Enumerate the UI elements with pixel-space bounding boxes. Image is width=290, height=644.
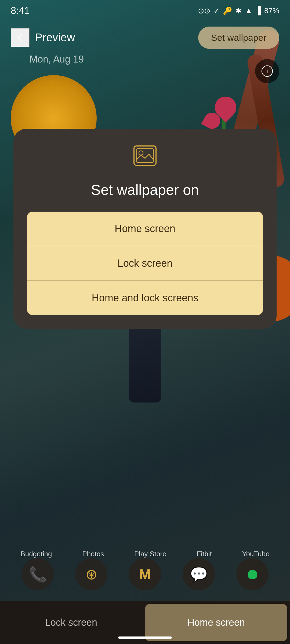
app-label-photos: Photos <box>82 550 104 558</box>
dock-icon-gmail[interactable]: M <box>129 558 161 590</box>
preview-title: Preview <box>35 31 75 44</box>
lock-screen-option-button[interactable]: Lock screen <box>27 246 263 281</box>
app-label-budgeting: Budgeting <box>20 550 52 558</box>
home-screen-option-label: Home screen <box>115 223 175 234</box>
app-label-youtube: YouTube <box>242 550 269 558</box>
svg-rect-3 <box>137 149 153 163</box>
tab-home-screen[interactable]: Home screen <box>145 604 287 641</box>
status-bar: 8:41 ⊙⊙ ✓ 🔑 ✱ ▲ ▐ 87% <box>0 0 290 21</box>
app-label-playstore: Play Store <box>134 550 166 558</box>
battery-indicator: 87% <box>264 6 279 15</box>
gesture-bar <box>118 636 172 639</box>
bluetooth-icon: ✱ <box>235 6 242 15</box>
app-labels-row: Budgeting Photos Play Store Fitbit YouTu… <box>0 550 290 558</box>
set-wallpaper-dialog: Set wallpaper on Home screen Lock screen… <box>13 129 277 329</box>
signal-icon: ▐ <box>256 6 261 15</box>
info-button[interactable]: i <box>255 59 279 83</box>
status-icons: ⊙⊙ ✓ 🔑 ✱ ▲ ▐ 87% <box>198 6 279 15</box>
home-and-lock-option-button[interactable]: Home and lock screens <box>27 281 263 315</box>
voicemail-icon: ⊙⊙ <box>198 6 210 15</box>
lock-screen-option-label: Lock screen <box>118 258 173 269</box>
wifi-icon: ▲ <box>245 6 252 15</box>
status-time: 8:41 <box>11 5 30 16</box>
svg-text:i: i <box>266 67 268 75</box>
dock-icon-chrome[interactable]: ⊛ <box>75 558 107 590</box>
tab-lock-label: Lock screen <box>45 617 97 628</box>
home-screen-option-button[interactable]: Home screen <box>27 212 263 246</box>
app-label-fitbit: Fitbit <box>197 550 212 558</box>
dock-icon-spotify[interactable]: ⏺ <box>236 558 269 590</box>
date-label: Mon, Aug 19 <box>30 54 84 65</box>
wallpaper-dialog-icon <box>133 145 157 171</box>
check-circle-icon: ✓ <box>213 6 220 15</box>
top-bar: Preview Set wallpaper <box>0 21 290 54</box>
dialog-option-buttons: Home screen Lock screen Home and lock sc… <box>27 211 263 315</box>
dock-icon-phone[interactable]: 📞 <box>21 558 54 590</box>
key-icon: 🔑 <box>223 6 232 15</box>
dock-icons: 📞 ⊛ M 💬 ⏺ <box>0 558 290 590</box>
set-wallpaper-button[interactable]: Set wallpaper <box>198 27 279 49</box>
svg-point-4 <box>139 151 143 155</box>
tab-home-label: Home screen <box>187 617 245 628</box>
back-button[interactable] <box>11 28 30 47</box>
dock-icon-messages[interactable]: 💬 <box>183 558 215 590</box>
dialog-title: Set wallpaper on <box>91 181 199 198</box>
home-and-lock-option-label: Home and lock screens <box>92 292 198 303</box>
